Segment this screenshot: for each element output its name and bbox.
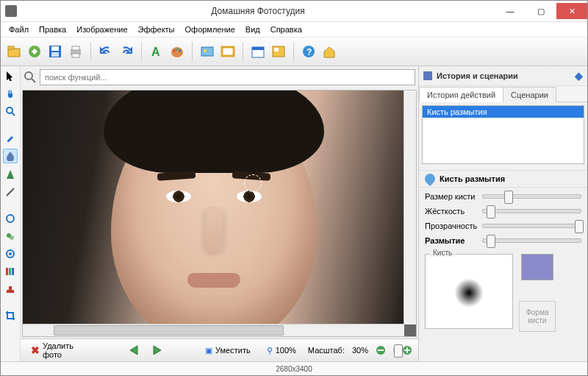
brush-shape-button[interactable]: Форма кисти — [519, 301, 556, 332]
slider-size: Размер кисти — [425, 192, 581, 201]
brush-preview-row: Кисть Форма кисти — [425, 254, 581, 332]
history-list[interactable]: Кисть размытия — [422, 105, 584, 164]
collage-icon[interactable] — [270, 43, 287, 60]
menu-design[interactable]: Оформление — [180, 24, 240, 35]
maximize-button[interactable]: ▢ — [526, 3, 556, 19]
image-canvas[interactable] — [23, 91, 404, 324]
menu-effects[interactable]: Эффекты — [133, 24, 180, 35]
slider-hardness-track[interactable] — [482, 209, 581, 213]
calendar-icon[interactable] — [249, 43, 267, 60]
history-panel-header: История и сценарии ◆ — [419, 66, 587, 86]
redo-icon[interactable] — [118, 43, 135, 60]
svg-point-13 — [179, 50, 182, 52]
frame-icon[interactable] — [219, 43, 237, 60]
slider-hardness: Жёсткость — [425, 207, 581, 216]
svg-point-12 — [176, 49, 179, 51]
save-icon[interactable] — [46, 43, 64, 60]
stamp-tool-icon[interactable] — [4, 283, 17, 296]
prev-button[interactable] — [127, 344, 142, 356]
svg-rect-33 — [12, 268, 14, 275]
clone-tool-icon[interactable] — [4, 230, 17, 243]
svg-rect-20 — [274, 48, 279, 52]
svg-text:A: A — [151, 46, 160, 58]
slider-size-track[interactable] — [482, 194, 581, 199]
minimize-button[interactable]: — — [495, 3, 526, 19]
menu-image[interactable]: Изображение — [71, 24, 132, 35]
search-input[interactable] — [40, 69, 415, 85]
window-controls: — ▢ ✕ — [495, 3, 587, 19]
slider-hardness-label: Жёсткость — [425, 207, 478, 216]
zoom-in-button[interactable] — [402, 345, 412, 355]
zoom-tool-icon[interactable] — [4, 104, 17, 118]
menu-bar: Файл Правка Изображение Эффекты Оформлен… — [1, 22, 587, 38]
canvas-area — [22, 90, 417, 337]
menu-file[interactable]: Файл — [4, 24, 34, 35]
svg-point-23 — [7, 107, 12, 113]
slider-opacity: Прозрачность — [425, 221, 581, 230]
app-icon — [5, 5, 17, 17]
hand-tool-icon[interactable] — [4, 87, 17, 100]
home-icon[interactable] — [320, 43, 338, 60]
main-toolbar: A ? — [1, 38, 587, 66]
svg-rect-5 — [51, 52, 59, 57]
palette-icon[interactable] — [168, 43, 186, 60]
svg-rect-7 — [72, 46, 79, 50]
vertical-scrollbar[interactable] — [404, 91, 416, 324]
pointer-tool-icon[interactable] — [4, 69, 17, 82]
text-icon[interactable]: A — [148, 43, 165, 60]
help-icon[interactable]: ? — [300, 43, 318, 60]
svg-rect-16 — [222, 47, 234, 56]
svg-point-36 — [25, 72, 32, 79]
right-panel: История и сценарии ◆ История действий Сц… — [418, 66, 587, 361]
menu-help[interactable]: Справка — [265, 24, 307, 35]
line-tool-icon[interactable] — [4, 185, 17, 199]
gradient-tool-icon[interactable] — [4, 265, 17, 278]
collapse-icon[interactable]: ◆ — [575, 70, 583, 82]
blur-brush-icon — [423, 171, 437, 186]
slider-size-label: Размер кисти — [425, 192, 478, 201]
tab-history[interactable]: История действий — [419, 87, 503, 102]
svg-rect-39 — [378, 350, 384, 351]
zoom-out-button[interactable] — [376, 345, 386, 355]
app-window: Домашняя Фотостудия — ▢ ✕ Файл Правка Из… — [0, 0, 588, 376]
next-button[interactable] — [149, 344, 164, 356]
color-swatch[interactable] — [521, 254, 553, 280]
brush-tool-icon[interactable] — [4, 131, 17, 144]
crop-tool-icon[interactable] — [4, 309, 17, 322]
blur-tool-icon[interactable] — [3, 149, 18, 163]
history-item[interactable]: Кисть размытия — [423, 106, 584, 118]
sharpen-tool-icon[interactable] — [4, 168, 17, 181]
close-button[interactable]: ✕ — [556, 3, 587, 19]
zoom-100-icon: ⚲ — [267, 346, 273, 355]
svg-line-37 — [32, 79, 35, 82]
delete-photo-button[interactable]: ✖ Удалить фото — [26, 340, 90, 361]
slider-blur-track[interactable] — [482, 238, 581, 243]
zoom-100-button[interactable]: ⚲ 100% — [262, 344, 301, 357]
search-row — [21, 66, 418, 88]
svg-rect-1 — [8, 46, 14, 49]
dodge-tool-icon[interactable] — [4, 212, 17, 225]
menu-view[interactable]: Вид — [240, 24, 265, 35]
svg-rect-31 — [6, 268, 8, 275]
undo-icon[interactable] — [97, 43, 115, 60]
menu-edit[interactable]: Правка — [34, 24, 71, 35]
svg-point-11 — [173, 50, 176, 52]
wizard-icon[interactable] — [26, 43, 43, 60]
tab-scenarios[interactable]: Сценарии — [503, 87, 556, 102]
fit-button[interactable]: ▣ Уместить — [201, 344, 255, 357]
bottom-toolbar: ✖ Удалить фото ▣ Уместить ⚲ 100% Масштаб… — [21, 338, 418, 361]
photo-face — [111, 95, 317, 337]
slider-opacity-track[interactable] — [482, 224, 581, 228]
status-dimensions: 2680x3400 — [276, 365, 312, 373]
zoom-slider[interactable] — [393, 348, 395, 352]
effects-icon[interactable] — [198, 43, 216, 60]
swirl-tool-icon[interactable] — [4, 247, 17, 260]
fit-label: Уместить — [215, 346, 251, 355]
slider-blur: Размытие — [425, 236, 581, 245]
horizontal-scrollbar[interactable] — [23, 324, 404, 336]
slider-blur-label: Размытие — [425, 236, 478, 245]
svg-line-24 — [12, 113, 15, 116]
scale-value: 30% — [352, 346, 368, 355]
print-icon[interactable] — [67, 43, 85, 60]
open-icon[interactable] — [5, 43, 23, 60]
